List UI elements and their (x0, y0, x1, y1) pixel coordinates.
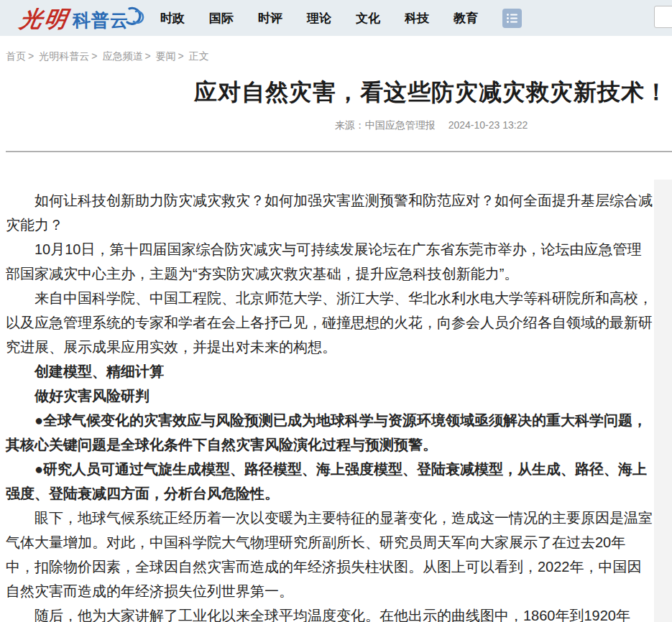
breadcrumb-link[interactable]: 应急频道 (102, 50, 142, 62)
list-menu-button[interactable] (502, 9, 522, 28)
page-title: 应对自然灾害，看这些防灾减灾救灾新技术！ (0, 78, 672, 106)
breadcrumb-link[interactable]: 正文 (189, 50, 209, 62)
breadcrumb-separator: > (28, 50, 34, 62)
breadcrumb-link[interactable]: 首页 (6, 50, 26, 62)
nav-item[interactable]: 时政 (160, 10, 185, 27)
article-paragraph: ●研究人员可通过气旋生成模型、路径模型、海上强度模型、登陆衰减模型，从生成、路径… (6, 457, 653, 506)
breadcrumb: 首页>光明科普云>应急频道>要闻>正文 (6, 50, 672, 63)
nav-item[interactable]: 文化 (356, 10, 380, 27)
article-header: 应对自然灾害，看这些防灾减灾救灾新技术！ (0, 78, 672, 106)
nav-item[interactable]: 教育 (454, 10, 478, 27)
article-paragraph: 来自中国科学院、中国工程院、北京师范大学、浙江大学、华北水利水电大学等科研院所和… (6, 286, 653, 359)
nav-item[interactable]: 时评 (258, 10, 282, 27)
article-paragraph: 做好灾害风险研判 (6, 384, 653, 408)
breadcrumb-separator: > (144, 50, 150, 62)
scrollbar-track[interactable] (654, 180, 672, 622)
article-paragraph: 10月10日，第十四届国家综合防灾减灾与可持续发展论坛在广东省东莞市举办，论坛由… (6, 237, 653, 286)
main-nav: 时政国际时评理论文化科技教育 (160, 10, 478, 27)
logo-swoosh-icon (126, 6, 144, 29)
publish-datetime: 2024-10-23 13:22 (448, 119, 528, 131)
site-header: 光明 科普云 时政国际时评理论文化科技教育 (0, 0, 672, 36)
nav-item[interactable]: 国际 (209, 10, 234, 27)
breadcrumb-separator: > (91, 50, 97, 62)
article-meta: 来源：中国应急管理报 2024-10-23 13:22 (0, 119, 672, 132)
logo-text-kepuyun: 科普云 (73, 10, 129, 30)
article-paragraph: 如何让科技创新助力防灾减灾救灾？如何加强灾害监测预警和防范应对？如何全面提升基层… (6, 188, 653, 237)
article-body: 如何让科技创新助力防灾减灾救灾？如何加强灾害监测预警和防范应对？如何全面提升基层… (6, 152, 653, 622)
nav-item[interactable]: 理论 (307, 10, 331, 27)
breadcrumb-separator: > (178, 50, 184, 62)
article-paragraph: 随后，他为大家讲解了工业化以来全球平均温度变化。在他出示的曲线图中，1860年到… (6, 603, 653, 622)
source-label: 来源：中国应急管理报 (335, 119, 436, 131)
breadcrumb-link[interactable]: 要闻 (156, 50, 176, 62)
article-paragraph: 眼下，地球气候系统正经历着一次以变暖为主要特征的显著变化，造成这一情况的主要原因… (6, 506, 653, 603)
breadcrumb-link[interactable]: 光明科普云 (39, 50, 89, 62)
article-paragraph: 创建模型、精细计算 (6, 359, 653, 384)
article-paragraph: ●全球气候变化的灾害效应与风险预测已成为地球科学与资源环境领域亟须解决的重大科学… (6, 408, 653, 457)
list-menu-icon (506, 12, 518, 24)
nav-item[interactable]: 科技 (405, 10, 429, 27)
logo-text-guangming: 光明 (18, 9, 70, 30)
site-logo[interactable]: 光明 科普云 (20, 6, 144, 30)
search-box-partial[interactable] (654, 6, 672, 28)
